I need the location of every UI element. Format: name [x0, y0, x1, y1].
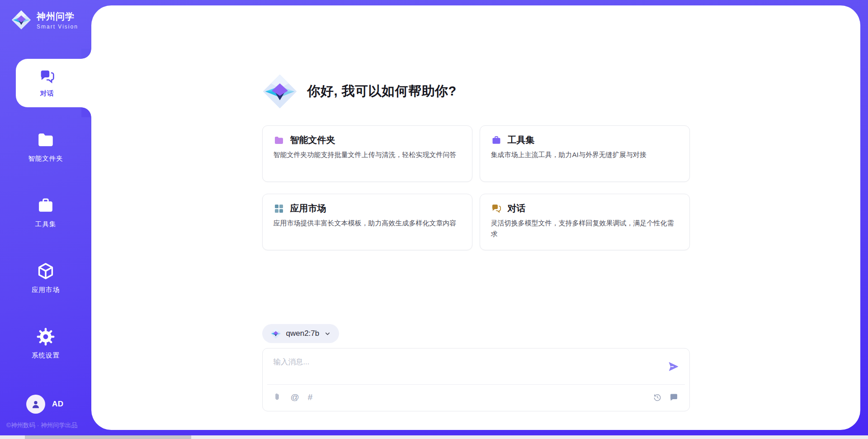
- mention-icon[interactable]: @: [291, 393, 299, 401]
- sidebar-item-label: 智能文件夹: [28, 154, 63, 163]
- card-chat[interactable]: 对话 灵活切换多模型文件，支持多样回复效果调试，满足个性化需求: [480, 194, 690, 250]
- chevron-down-icon: [324, 330, 331, 337]
- composer-toolbar: @ #: [263, 383, 689, 411]
- sidebar-item-chat[interactable]: 对话: [16, 59, 95, 107]
- brand-gem-icon: [262, 74, 297, 109]
- chat-home-content: 你好, 我可以如何帮助你? 智能文件夹 智能文件夹功能支持批量文件上传与清洗，轻…: [262, 5, 690, 411]
- card-title: 智能文件夹: [290, 134, 335, 146]
- model-selector[interactable]: qwen2:7b: [262, 324, 340, 343]
- cube-icon: [36, 262, 55, 281]
- user-profile[interactable]: AD: [26, 395, 64, 414]
- brand: 神州问学 Smart Vision: [11, 10, 78, 30]
- card-title: 对话: [508, 202, 526, 215]
- hash-icon[interactable]: #: [308, 393, 313, 401]
- card-app-market[interactable]: 应用市场 应用市场提供丰富长文本模板，助力高效生成多样化文章内容: [262, 194, 472, 250]
- greeting-row: 你好, 我可以如何帮助你?: [262, 74, 690, 109]
- chat-bubbles-icon: [491, 203, 502, 214]
- sidebar-item-label: 对话: [40, 89, 54, 98]
- folder-icon: [274, 135, 284, 146]
- user-initials: AD: [52, 400, 64, 409]
- sidebar-item-toolset[interactable]: 工具集: [0, 196, 91, 229]
- sidebar-item-label: 系统设置: [32, 351, 60, 360]
- gear-icon: [36, 327, 55, 346]
- model-name: qwen2:7b: [286, 329, 320, 338]
- main-panel: 你好, 我可以如何帮助你? 智能文件夹 智能文件夹功能支持批量文件上传与清洗，轻…: [91, 5, 860, 430]
- brand-logo-icon: [11, 10, 31, 30]
- greeting-text: 你好, 我可以如何帮助你?: [307, 82, 457, 100]
- card-description: 智能文件夹功能支持批量文件上传与清洗，轻松实现文件问答: [274, 149, 461, 160]
- sidebar-item-smart-folder[interactable]: 智能文件夹: [0, 130, 91, 163]
- sidebar: 神州问学 Smart Vision 对话 智能文件夹 工具集 应用市场 系统设置: [0, 0, 91, 439]
- feature-cards: 智能文件夹 智能文件夹功能支持批量文件上传与清洗，轻松实现文件问答 工具集 集成…: [262, 125, 690, 250]
- card-description: 应用市场提供丰富长文本模板，助力高效生成多样化文章内容: [274, 218, 461, 229]
- tab-fillet-bottom: [81, 107, 91, 117]
- card-description: 集成市场上主流工具，助力AI与外界无缝扩展与对接: [491, 149, 679, 160]
- sidebar-item-settings[interactable]: 系统设置: [0, 327, 91, 360]
- message-input[interactable]: [263, 348, 649, 383]
- sidebar-item-label: 工具集: [35, 220, 57, 229]
- apps-grid-icon: [274, 203, 284, 214]
- message-composer: @ #: [262, 348, 690, 411]
- card-smart-folder[interactable]: 智能文件夹 智能文件夹功能支持批量文件上传与清洗，轻松实现文件问答: [262, 125, 472, 182]
- send-icon[interactable]: [668, 361, 679, 372]
- sidebar-item-label: 应用市场: [32, 286, 60, 294]
- card-toolset[interactable]: 工具集 集成市场上主流工具，助力AI与外界无缝扩展与对接: [480, 125, 690, 182]
- horizontal-scrollbar[interactable]: [0, 435, 868, 439]
- model-gem-icon: [270, 328, 281, 339]
- card-title: 应用市场: [290, 202, 326, 215]
- card-description: 灵活切换多模型文件，支持多样回复效果调试，满足个性化需求: [491, 218, 679, 239]
- folder-icon: [36, 130, 55, 149]
- chat-bubbles-icon: [39, 68, 56, 85]
- history-icon[interactable]: [653, 393, 662, 402]
- person-icon: [30, 398, 42, 410]
- card-title: 工具集: [508, 134, 535, 146]
- comment-icon[interactable]: [669, 392, 679, 402]
- toolbox-icon: [36, 196, 55, 215]
- brand-name: 神州问学: [37, 10, 78, 23]
- tab-fillet-top: [81, 49, 91, 59]
- avatar: [26, 395, 45, 414]
- sidebar-item-app-market[interactable]: 应用市场: [0, 262, 91, 294]
- toolbox-icon: [491, 135, 502, 146]
- attachment-icon[interactable]: [274, 393, 282, 401]
- scrollbar-thumb[interactable]: [25, 435, 191, 439]
- copyright-text: ©神州数码 · 神州问学出品: [6, 421, 77, 429]
- brand-subtitle: Smart Vision: [37, 24, 78, 30]
